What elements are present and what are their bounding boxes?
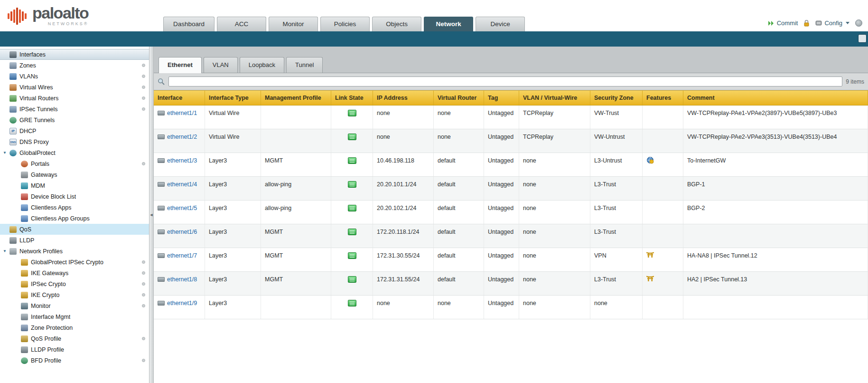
sidebar-item-globalprotect-ipsec-crypto[interactable]: GlobalProtect IPSec Crypto [0, 257, 149, 268]
sidebar-item-ike-crypto[interactable]: IKE Crypto [0, 289, 149, 300]
config-menu-button[interactable]: Config [815, 19, 849, 27]
sidebar-item-dns-proxy[interactable]: DNS Proxy [0, 136, 149, 147]
sidebar-item-label: Network Profiles [19, 248, 63, 255]
subtab-tunnel[interactable]: Tunnel [286, 57, 323, 73]
interface-link[interactable]: ethernet1/9 [167, 300, 197, 306]
cell-ip-address: none [373, 296, 434, 319]
table-row-ethernet1-1[interactable]: ethernet1/1Virtual WirenonenoneUntaggedT… [154, 105, 868, 129]
tab-policies[interactable]: Policies [320, 17, 370, 31]
subtab-loopback[interactable]: Loopback [240, 57, 284, 73]
bar-overflow-icon[interactable] [858, 34, 867, 43]
column-header-vlan-virtual-wire[interactable]: VLAN / Virtual-Wire [519, 91, 590, 105]
tab-network[interactable]: Network [424, 17, 473, 31]
sidebar-item-label: IPSec Crypto [31, 281, 66, 287]
column-header-comment[interactable]: Comment [683, 91, 868, 105]
table-row-ethernet1-5[interactable]: ethernet1/5Layer3allow-ping20.20.102.1/2… [154, 201, 868, 224]
cell-interface-type: Virtual Wire [205, 105, 261, 129]
sidebar-item-label: VLANs [19, 73, 38, 80]
interface-link[interactable]: ethernet1/8 [167, 276, 197, 283]
column-header-virtual-router[interactable]: Virtual Router [434, 91, 484, 105]
sidebar-item-gateways[interactable]: Gateways [0, 169, 149, 180]
interface-link[interactable]: ethernet1/4 [167, 181, 197, 188]
sidebar-item-device-block-list[interactable]: Device Block List [0, 191, 149, 202]
globe-icon[interactable] [646, 156, 654, 166]
sidebar-item-globalprotect[interactable]: ▼GlobalProtect [0, 147, 149, 158]
table-row-ethernet1-2[interactable]: ethernet1/2Virtual WirenonenoneUntaggedT… [154, 129, 868, 153]
sidebar-item-label: GRE Tunnels [19, 117, 55, 124]
sidebar-item-lldp[interactable]: LLDP [0, 235, 149, 246]
tab-monitor[interactable]: Monitor [269, 17, 318, 31]
interface-link[interactable]: ethernet1/2 [167, 134, 197, 140]
cell-virtual-router: default [434, 201, 484, 224]
lock-icon[interactable] [803, 19, 810, 27]
column-header-ip-address[interactable]: IP Address [373, 91, 434, 105]
interface-link[interactable]: ethernet1/5 [167, 205, 197, 211]
column-header-tag[interactable]: Tag [484, 91, 519, 105]
collapse-caret-icon[interactable]: ▼ [3, 249, 9, 253]
cell-ip-address: 20.20.102.1/24 [373, 201, 434, 224]
interface-link[interactable]: ethernet1/6 [167, 229, 197, 235]
cell-link-state [331, 224, 373, 248]
cell-tag: Untagged [484, 129, 519, 153]
interface-link[interactable]: ethernet1/7 [167, 252, 197, 259]
sidebar-item-network-profiles[interactable]: ▼Network Profiles [0, 246, 149, 257]
sidebar-item-virtual-wires[interactable]: Virtual Wires [0, 82, 149, 93]
tunnel-icon[interactable] [646, 275, 654, 284]
column-header-link-state[interactable]: Link State [331, 91, 373, 105]
sidebar-item-clientless-apps[interactable]: Clientless Apps [0, 202, 149, 213]
sidebar-item-virtual-routers[interactable]: Virtual Routers [0, 93, 149, 104]
item-status-dot [142, 107, 145, 111]
sidebar-item-qos-profile[interactable]: QoS Profile [0, 333, 149, 344]
table-row-ethernet1-9[interactable]: ethernet1/9Layer3nonenoneUntaggednonenon… [154, 296, 868, 319]
sidebar-item-clientless-app-groups[interactable]: Clientless App Groups [0, 213, 149, 224]
tab-objects[interactable]: Objects [372, 17, 421, 31]
sidebar-item-zones[interactable]: Zones [0, 60, 149, 71]
sidebar-item-monitor[interactable]: Monitor [0, 300, 149, 311]
cell-interface-type: Layer3 [205, 177, 261, 200]
tab-acc[interactable]: ACC [217, 17, 266, 31]
tab-device[interactable]: Device [476, 17, 525, 31]
table-row-ethernet1-8[interactable]: ethernet1/8Layer3MGMT172.31.31.55/24defa… [154, 272, 868, 296]
sidebar-item-label: Clientless App Groups [31, 215, 90, 222]
sidebar-item-lldp-profile[interactable]: LLDP Profile [0, 344, 149, 355]
sidebar-item-ipsec-tunnels[interactable]: IPSec Tunnels [0, 104, 149, 115]
sidebar-item-zone-protection[interactable]: Zone Protection [0, 322, 149, 333]
sidebar-item-interface-mgmt[interactable]: Interface Mgmt [0, 311, 149, 322]
cell-security-zone: L3-Trust [590, 272, 643, 295]
sidebar-item-bfd-profile[interactable]: BFD Profile [0, 355, 149, 366]
commit-button[interactable]: Commit [768, 19, 798, 27]
table-row-ethernet1-4[interactable]: ethernet1/4Layer3allow-ping20.20.101.1/2… [154, 177, 868, 201]
filter-input[interactable] [168, 77, 842, 86]
table-row-ethernet1-6[interactable]: ethernet1/6Layer3MGMT172.20.118.1/24defa… [154, 224, 868, 248]
interface-link[interactable]: ethernet1/1 [167, 110, 197, 116]
sidebar-item-qos[interactable]: QoS [0, 224, 149, 235]
sidebar-splitter[interactable]: ◄ [149, 47, 154, 383]
sidebar-item-mdm[interactable]: MDM [0, 180, 149, 191]
sidebar-item-ipsec-crypto[interactable]: IPSec Crypto [0, 278, 149, 289]
sidebar-item-dhcp[interactable]: DHCP [0, 125, 149, 136]
column-header-management-profile[interactable]: Management Profile [261, 91, 331, 105]
sidebar-item-portals[interactable]: Portals [0, 158, 149, 169]
header-overflow-icon[interactable] [855, 19, 862, 27]
subtab-vlan[interactable]: VLAN [204, 57, 238, 73]
sidebar-item-label: DHCP [19, 128, 36, 134]
sidebar-item-ike-gateways[interactable]: IKE Gateways [0, 268, 149, 278]
cell-features [643, 105, 683, 129]
brand-name: paloalto [32, 5, 88, 21]
column-header-interface-type[interactable]: Interface Type [205, 91, 261, 105]
tab-dashboard[interactable]: Dashboard [163, 17, 215, 31]
subtab-ethernet[interactable]: Ethernet [159, 57, 202, 73]
table-row-ethernet1-7[interactable]: ethernet1/7Layer3MGMT172.31.30.55/24defa… [154, 248, 868, 272]
sidebar-item-interfaces[interactable]: Interfaces [0, 49, 149, 60]
column-header-security-zone[interactable]: Security Zone [590, 91, 643, 105]
interface-link[interactable]: ethernet1/3 [167, 157, 197, 164]
column-header-features[interactable]: Features [643, 91, 683, 105]
sidebar-item-gre-tunnels[interactable]: GRE Tunnels [0, 115, 149, 125]
cell-interface: ethernet1/4 [154, 177, 205, 200]
tunnel-icon[interactable] [646, 251, 654, 260]
table-row-ethernet1-3[interactable]: ethernet1/3Layer3MGMT10.46.198.118defaul… [154, 153, 868, 177]
search-icon[interactable] [158, 78, 165, 86]
column-header-interface[interactable]: Interface [154, 91, 205, 105]
sidebar-item-vlans[interactable]: VLANs [0, 71, 149, 82]
collapse-caret-icon[interactable]: ▼ [3, 151, 9, 155]
